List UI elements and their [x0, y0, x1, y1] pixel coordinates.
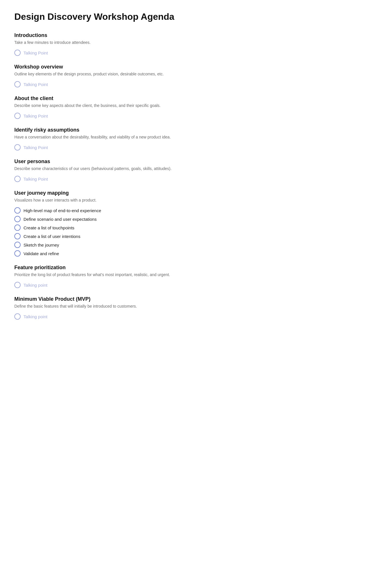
checklist-circle-user-journey-0[interactable] [14, 207, 21, 214]
talking-point-row-introductions: Talking Point [14, 50, 244, 56]
section-user-personas: User personasDescribe some characteristi… [14, 159, 244, 182]
talking-point-circle-risky-assumptions[interactable] [14, 144, 21, 151]
checklist-row-user-journey-4: Sketch the journey [14, 242, 244, 248]
talking-point-circle-about-client[interactable] [14, 113, 21, 119]
section-feature-prioritization: Feature prioritizationPrioritize the lon… [14, 265, 244, 288]
talking-point-circle-mvp[interactable] [14, 313, 21, 320]
section-title-introductions: Introductions [14, 32, 244, 38]
talking-point-label-about-client: Talking Point [23, 114, 48, 118]
talking-point-row-about-client: Talking Point [14, 113, 244, 119]
section-title-mvp: Minimum Viable Product (MVP) [14, 296, 244, 302]
talking-point-label-mvp: Talking point [23, 314, 47, 319]
talking-point-row-mvp: Talking point [14, 313, 244, 320]
checklist-label-user-journey-1: Define scenario and user expectations [23, 217, 97, 222]
talking-point-row-risky-assumptions: Talking Point [14, 144, 244, 151]
section-workshop-overview: Workshop overviewOutline key elements of… [14, 64, 244, 87]
checklist-row-user-journey-5: Validate and refine [14, 250, 244, 257]
talking-point-circle-introductions[interactable] [14, 50, 21, 56]
talking-point-row-user-personas: Talking Point [14, 176, 244, 182]
talking-point-circle-workshop-overview[interactable] [14, 81, 21, 87]
checklist-row-user-journey-0: High-level map of end-to-end experience [14, 207, 244, 214]
section-description-workshop-overview: Outline key elements of the design proce… [14, 71, 244, 77]
checklist-row-user-journey-3: Create a list of user intentions [14, 233, 244, 239]
talking-point-label-workshop-overview: Talking Point [23, 82, 48, 87]
page-title: Design Discovery Workshop Agenda [14, 11, 244, 22]
checklist-label-user-journey-4: Sketch the journey [23, 243, 59, 247]
section-description-user-personas: Describe some characteristics of our use… [14, 166, 244, 172]
checklist-label-user-journey-3: Create a list of user intentions [23, 234, 80, 239]
talking-point-label-feature-prioritization: Talking point [23, 283, 47, 288]
checklist-circle-user-journey-3[interactable] [14, 233, 21, 239]
section-about-client: About the clientDescribe some key aspect… [14, 95, 244, 119]
section-title-user-journey: User journey mapping [14, 190, 244, 196]
section-user-journey: User journey mappingVisualizes how a use… [14, 190, 244, 257]
section-title-risky-assumptions: Identify risky assumptions [14, 127, 244, 133]
section-description-about-client: Describe some key aspects about the clie… [14, 103, 244, 109]
section-title-workshop-overview: Workshop overview [14, 64, 244, 70]
section-mvp: Minimum Viable Product (MVP)Define the b… [14, 296, 244, 320]
checklist-label-user-journey-2: Create a list of touchpoints [23, 225, 75, 230]
section-description-introductions: Take a few minutes to introduce attendee… [14, 40, 244, 46]
talking-point-circle-feature-prioritization[interactable] [14, 282, 21, 288]
checklist-row-user-journey-2: Create a list of touchpoints [14, 224, 244, 231]
talking-point-row-workshop-overview: Talking Point [14, 81, 244, 87]
checklist-label-user-journey-5: Validate and refine [23, 251, 59, 256]
checklist-circle-user-journey-4[interactable] [14, 242, 21, 248]
section-title-about-client: About the client [14, 95, 244, 101]
checklist-circle-user-journey-5[interactable] [14, 250, 21, 257]
section-title-feature-prioritization: Feature prioritization [14, 265, 244, 271]
section-description-risky-assumptions: Have a conversation about the desirabili… [14, 134, 244, 140]
talking-point-row-feature-prioritization: Talking point [14, 282, 244, 288]
talking-point-label-introductions: Talking Point [23, 50, 48, 55]
checklist-row-user-journey-1: Define scenario and user expectations [14, 216, 244, 222]
section-risky-assumptions: Identify risky assumptionsHave a convers… [14, 127, 244, 151]
section-description-feature-prioritization: Prioritize the long list of product feat… [14, 272, 244, 278]
checklist-circle-user-journey-1[interactable] [14, 216, 21, 222]
section-introductions: IntroductionsTake a few minutes to intro… [14, 32, 244, 56]
checklist-circle-user-journey-2[interactable] [14, 224, 21, 231]
section-description-mvp: Define the basic features that will init… [14, 303, 244, 309]
checklist-label-user-journey-0: High-level map of end-to-end experience [23, 208, 101, 213]
section-title-user-personas: User personas [14, 159, 244, 165]
section-description-user-journey: Visualizes how a user interacts with a p… [14, 197, 244, 203]
talking-point-label-user-personas: Talking Point [23, 177, 48, 181]
talking-point-label-risky-assumptions: Talking Point [23, 145, 48, 150]
talking-point-circle-user-personas[interactable] [14, 176, 21, 182]
